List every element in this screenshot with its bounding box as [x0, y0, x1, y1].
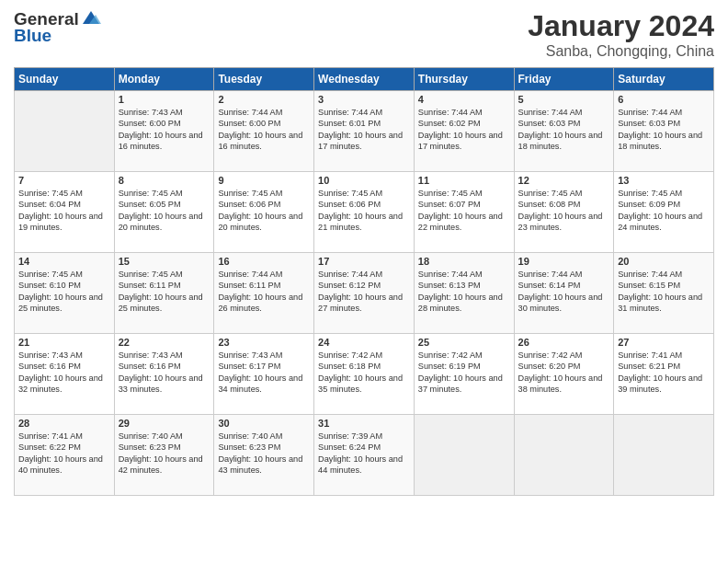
day-info: Sunrise: 7:41 AM Sunset: 6:21 PM Dayligh…	[618, 350, 710, 396]
day-number: 20	[618, 256, 710, 267]
calendar-table: SundayMondayTuesdayWednesdayThursdayFrid…	[14, 67, 714, 496]
calendar-cell: 20 Sunrise: 7:44 AM Sunset: 6:15 PM Dayl…	[614, 253, 714, 334]
day-number: 6	[618, 94, 710, 105]
day-number: 19	[518, 256, 610, 267]
calendar-cell: 2 Sunrise: 7:44 AM Sunset: 6:00 PM Dayli…	[214, 91, 314, 172]
day-number: 23	[218, 337, 310, 348]
day-number: 12	[518, 175, 610, 186]
logo: General Blue	[14, 9, 101, 46]
day-number: 21	[18, 337, 110, 348]
day-info: Sunrise: 7:42 AM Sunset: 6:18 PM Dayligh…	[318, 350, 410, 396]
day-number: 8	[119, 175, 210, 186]
calendar-cell: 30 Sunrise: 7:40 AM Sunset: 6:23 PM Dayl…	[214, 415, 314, 496]
day-info: Sunrise: 7:41 AM Sunset: 6:22 PM Dayligh…	[18, 431, 110, 477]
day-header-thursday: Thursday	[414, 68, 514, 91]
calendar-cell: 17 Sunrise: 7:44 AM Sunset: 6:12 PM Dayl…	[314, 253, 415, 334]
calendar-cell	[614, 415, 714, 496]
calendar-cell: 5 Sunrise: 7:44 AM Sunset: 6:03 PM Dayli…	[514, 91, 614, 172]
day-info: Sunrise: 7:44 AM Sunset: 6:02 PM Dayligh…	[418, 107, 510, 153]
day-number: 31	[318, 418, 410, 429]
location: Sanba, Chongqing, China	[528, 43, 714, 60]
logo-icon	[81, 7, 101, 28]
day-number: 4	[418, 94, 510, 105]
calendar-week-2: 7 Sunrise: 7:45 AM Sunset: 6:04 PM Dayli…	[15, 172, 714, 253]
title-block: January 2024 Sanba, Chongqing, China	[528, 9, 714, 60]
day-header-monday: Monday	[114, 68, 214, 91]
day-info: Sunrise: 7:45 AM Sunset: 6:06 PM Dayligh…	[318, 188, 410, 234]
calendar-cell: 10 Sunrise: 7:45 AM Sunset: 6:06 PM Dayl…	[314, 172, 415, 253]
day-number: 29	[119, 418, 210, 429]
day-info: Sunrise: 7:44 AM Sunset: 6:03 PM Dayligh…	[618, 107, 710, 153]
calendar-cell: 3 Sunrise: 7:44 AM Sunset: 6:01 PM Dayli…	[314, 91, 415, 172]
calendar-cell: 14 Sunrise: 7:45 AM Sunset: 6:10 PM Dayl…	[15, 253, 115, 334]
day-number: 1	[119, 94, 210, 105]
day-info: Sunrise: 7:45 AM Sunset: 6:05 PM Dayligh…	[119, 188, 210, 234]
calendar-cell: 27 Sunrise: 7:41 AM Sunset: 6:21 PM Dayl…	[614, 334, 714, 415]
header: General Blue January 2024 Sanba, Chongqi…	[14, 9, 714, 60]
day-info: Sunrise: 7:43 AM Sunset: 6:16 PM Dayligh…	[18, 350, 110, 396]
calendar-body: 1 Sunrise: 7:43 AM Sunset: 6:00 PM Dayli…	[15, 91, 714, 496]
calendar-cell: 23 Sunrise: 7:43 AM Sunset: 6:17 PM Dayl…	[214, 334, 314, 415]
day-header-saturday: Saturday	[614, 68, 714, 91]
calendar-week-1: 1 Sunrise: 7:43 AM Sunset: 6:00 PM Dayli…	[15, 91, 714, 172]
day-number: 17	[318, 256, 410, 267]
calendar-cell: 6 Sunrise: 7:44 AM Sunset: 6:03 PM Dayli…	[614, 91, 714, 172]
calendar-cell: 8 Sunrise: 7:45 AM Sunset: 6:05 PM Dayli…	[114, 172, 214, 253]
calendar-cell: 4 Sunrise: 7:44 AM Sunset: 6:02 PM Dayli…	[414, 91, 514, 172]
calendar-cell	[414, 415, 514, 496]
calendar-week-5: 28 Sunrise: 7:41 AM Sunset: 6:22 PM Dayl…	[15, 415, 714, 496]
calendar-cell: 1 Sunrise: 7:43 AM Sunset: 6:00 PM Dayli…	[114, 91, 214, 172]
day-info: Sunrise: 7:44 AM Sunset: 6:01 PM Dayligh…	[318, 107, 410, 153]
calendar-week-4: 21 Sunrise: 7:43 AM Sunset: 6:16 PM Dayl…	[15, 334, 714, 415]
calendar-header-row: SundayMondayTuesdayWednesdayThursdayFrid…	[15, 68, 714, 91]
day-number: 26	[518, 337, 610, 348]
month-title: January 2024	[528, 9, 714, 43]
day-info: Sunrise: 7:43 AM Sunset: 6:00 PM Dayligh…	[119, 107, 210, 153]
calendar-cell: 16 Sunrise: 7:44 AM Sunset: 6:11 PM Dayl…	[214, 253, 314, 334]
day-info: Sunrise: 7:40 AM Sunset: 6:23 PM Dayligh…	[218, 431, 310, 477]
calendar-cell: 28 Sunrise: 7:41 AM Sunset: 6:22 PM Dayl…	[15, 415, 115, 496]
day-info: Sunrise: 7:45 AM Sunset: 6:09 PM Dayligh…	[618, 188, 710, 234]
day-number: 16	[218, 256, 310, 267]
calendar-cell: 24 Sunrise: 7:42 AM Sunset: 6:18 PM Dayl…	[314, 334, 415, 415]
day-info: Sunrise: 7:45 AM Sunset: 6:06 PM Dayligh…	[218, 188, 310, 234]
calendar-cell: 11 Sunrise: 7:45 AM Sunset: 6:07 PM Dayl…	[414, 172, 514, 253]
day-info: Sunrise: 7:43 AM Sunset: 6:16 PM Dayligh…	[119, 350, 210, 396]
page-container: General Blue January 2024 Sanba, Chongqi…	[0, 0, 728, 505]
day-info: Sunrise: 7:42 AM Sunset: 6:20 PM Dayligh…	[518, 350, 610, 396]
day-info: Sunrise: 7:42 AM Sunset: 6:19 PM Dayligh…	[418, 350, 510, 396]
day-number: 13	[618, 175, 710, 186]
day-number: 30	[218, 418, 310, 429]
calendar-cell: 9 Sunrise: 7:45 AM Sunset: 6:06 PM Dayli…	[214, 172, 314, 253]
calendar-cell: 12 Sunrise: 7:45 AM Sunset: 6:08 PM Dayl…	[514, 172, 614, 253]
day-number: 7	[18, 175, 110, 186]
day-number: 2	[218, 94, 310, 105]
calendar-cell: 26 Sunrise: 7:42 AM Sunset: 6:20 PM Dayl…	[514, 334, 614, 415]
calendar-cell: 21 Sunrise: 7:43 AM Sunset: 6:16 PM Dayl…	[15, 334, 115, 415]
day-info: Sunrise: 7:43 AM Sunset: 6:17 PM Dayligh…	[218, 350, 310, 396]
day-header-tuesday: Tuesday	[214, 68, 314, 91]
day-info: Sunrise: 7:44 AM Sunset: 6:15 PM Dayligh…	[618, 269, 710, 315]
day-number: 25	[418, 337, 510, 348]
calendar-cell	[15, 91, 115, 172]
calendar-cell: 19 Sunrise: 7:44 AM Sunset: 6:14 PM Dayl…	[514, 253, 614, 334]
day-header-wednesday: Wednesday	[314, 68, 415, 91]
calendar-cell: 7 Sunrise: 7:45 AM Sunset: 6:04 PM Dayli…	[15, 172, 115, 253]
calendar-cell: 13 Sunrise: 7:45 AM Sunset: 6:09 PM Dayl…	[614, 172, 714, 253]
day-info: Sunrise: 7:44 AM Sunset: 6:03 PM Dayligh…	[518, 107, 610, 153]
calendar-cell: 22 Sunrise: 7:43 AM Sunset: 6:16 PM Dayl…	[114, 334, 214, 415]
day-number: 10	[318, 175, 410, 186]
day-number: 15	[119, 256, 210, 267]
day-info: Sunrise: 7:44 AM Sunset: 6:12 PM Dayligh…	[318, 269, 410, 315]
day-info: Sunrise: 7:44 AM Sunset: 6:13 PM Dayligh…	[418, 269, 510, 315]
day-info: Sunrise: 7:44 AM Sunset: 6:14 PM Dayligh…	[518, 269, 610, 315]
day-info: Sunrise: 7:44 AM Sunset: 6:11 PM Dayligh…	[218, 269, 310, 315]
day-number: 22	[119, 337, 210, 348]
day-info: Sunrise: 7:40 AM Sunset: 6:23 PM Dayligh…	[119, 431, 210, 477]
calendar-week-3: 14 Sunrise: 7:45 AM Sunset: 6:10 PM Dayl…	[15, 253, 714, 334]
day-number: 18	[418, 256, 510, 267]
day-number: 9	[218, 175, 310, 186]
day-header-friday: Friday	[514, 68, 614, 91]
day-info: Sunrise: 7:45 AM Sunset: 6:04 PM Dayligh…	[18, 188, 110, 234]
day-info: Sunrise: 7:39 AM Sunset: 6:24 PM Dayligh…	[318, 431, 410, 477]
